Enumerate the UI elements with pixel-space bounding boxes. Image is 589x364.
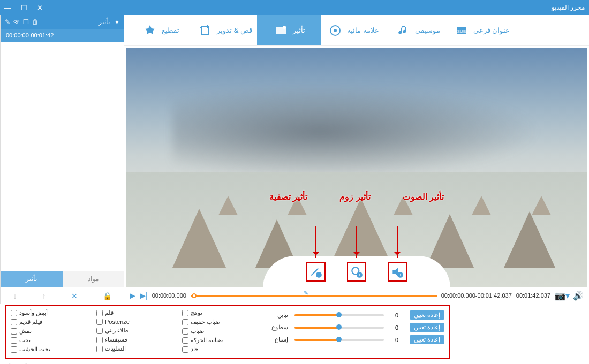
up-icon[interactable]: ↑ [42, 292, 46, 300]
filter-checkbox[interactable]: السلبيات [96, 345, 166, 352]
clip-item[interactable]: 00:00:00-00:01:42 [1, 29, 124, 42]
play-button[interactable]: ▶ [130, 291, 135, 300]
down-icon[interactable]: ↓ [13, 292, 17, 300]
window-title: محرر الفيديو [552, 4, 585, 11]
zoom-effect-button[interactable]: + [347, 262, 366, 282]
filter-checkbox[interactable]: فيلم قديم [11, 318, 80, 325]
filter-checkbox[interactable]: فسيفساء [96, 336, 166, 343]
step-button[interactable]: ▶| [140, 291, 148, 300]
svg-text:SUB: SUB [457, 29, 465, 34]
filter-controls-panel: أبيض وأسودفيلم قديمنقشتختتحت الخشب قلمPo… [5, 305, 450, 359]
watermark-tool[interactable]: علامة مائية [321, 15, 386, 46]
crop-icon [198, 23, 213, 38]
svg-rect-0 [201, 27, 209, 34]
svg-point-2 [283, 26, 286, 29]
filter-checkbox[interactable]: طلاء زيتي [96, 327, 166, 334]
reset-saturation[interactable]: إعادة تعيين [410, 335, 444, 344]
saturation-slider[interactable] [294, 339, 384, 341]
wand-icon: ✦ [114, 18, 120, 26]
volume-button[interactable]: 🔊 [573, 291, 584, 301]
filter-checkbox[interactable]: حاد [182, 346, 252, 353]
svg-text:+: + [358, 272, 361, 278]
reset-contrast[interactable]: إعادة تعيين [410, 310, 444, 320]
titlebar: محرر الفيديو ― ☐ ✕ [0, 0, 589, 15]
filter-checkbox[interactable]: أبيض وأسود [11, 309, 80, 316]
time-end: 00:01:42.037 [516, 292, 550, 299]
window-buttons: ― ☐ ✕ [4, 4, 43, 12]
watermark-icon [328, 23, 343, 38]
timeline-track[interactable]: ✎ [191, 293, 437, 298]
filter-checkbox[interactable]: تحت الخشب [11, 346, 80, 353]
minimize-button[interactable]: ― [4, 4, 11, 12]
music-icon [396, 23, 411, 38]
filter-checkbox[interactable]: ضباب خفيف [182, 318, 252, 325]
filter-checkbox[interactable]: توهج [182, 309, 252, 316]
eye-icon[interactable]: 👁 [13, 18, 20, 26]
svg-text:+: + [399, 272, 402, 278]
time-range: 00:00:00.000-00:01:42.037 [441, 292, 512, 299]
snapshot-button[interactable]: 📷▾ [555, 291, 570, 301]
cut-icon [142, 23, 157, 38]
tab-materials[interactable]: مواد [63, 271, 125, 287]
sidebar-tabs: مواد تأثير [1, 271, 124, 287]
effect-icon [274, 23, 289, 38]
filter-checkbox[interactable]: ضباب [182, 328, 252, 335]
subtitle-tool[interactable]: SUB عنوان فرعي [450, 15, 514, 46]
filter-checkbox[interactable]: تخت [11, 337, 80, 344]
svg-point-4 [334, 29, 337, 32]
crop-tool[interactable]: قص & تدوير [193, 15, 257, 46]
contrast-slider[interactable] [294, 314, 384, 316]
filter-checkbox[interactable]: قلم [96, 309, 166, 316]
footer: ✚ RENE.E Laboratory تطبيق على الكل OK إل… [0, 360, 589, 364]
brightness-slider[interactable] [294, 327, 384, 329]
reset-brightness[interactable]: إعادة تعيين [410, 323, 444, 332]
filter-checkbox[interactable]: نقش [11, 328, 80, 335]
adjustment-sliders: تباين 0 إعادة تعيين سطوع 0 إعادة تعيين إ… [262, 309, 444, 354]
timeline: ▶ ▶| 00:00:00.000 ✎ 00:00:00.000-00:01:4… [124, 287, 589, 304]
edit-icon[interactable]: ✎ [5, 18, 10, 26]
effect-bubble-bar: + + + [263, 256, 450, 287]
sound-effect-button[interactable]: + [388, 262, 407, 282]
tab-effects[interactable]: تأثير [1, 271, 63, 287]
svg-text:+: + [318, 272, 320, 278]
copy-icon[interactable]: ❐ [23, 18, 29, 26]
cut-tool[interactable]: تقطيع [129, 15, 193, 46]
filter-checkbox[interactable]: Posterize [96, 318, 166, 325]
callout-filter: تأثير تصفية [269, 192, 307, 202]
lock-icon[interactable]: 🔒 [103, 292, 112, 300]
callout-labels: تأثير تصفية تأثير زوم تأثير الصوت [126, 192, 587, 202]
music-tool[interactable]: موسيقى [386, 15, 450, 46]
delete-icon[interactable]: ✕ [71, 292, 78, 300]
trash-icon[interactable]: 🗑 [32, 18, 39, 26]
sidebar-header: ✦ تأثير ✎ 👁 ❐ 🗑 [1, 15, 124, 29]
callout-sound: تأثير الصوت [403, 192, 444, 202]
maximize-button[interactable]: ☐ [21, 4, 27, 12]
sidebar-actions: 🔒 ✕ ↑ ↓ [1, 287, 124, 304]
subtitle-icon: SUB [454, 23, 469, 38]
video-preview: تأثير تصفية تأثير زوم تأثير الصوت + + + [126, 48, 587, 287]
sidebar: ✦ تأثير ✎ 👁 ❐ 🗑 00:00:00-00:01:42 مواد ت… [0, 15, 124, 304]
filter-checkbox[interactable]: ضبابية الحركة [182, 337, 252, 344]
main-toolbar: تقطيع قص & تدوير تأثير علامة مائية موسيق… [124, 15, 589, 46]
effect-tool[interactable]: تأثير [257, 15, 321, 46]
time-start: 00:00:00.000 [152, 292, 186, 299]
filter-effect-button[interactable]: + [306, 262, 326, 282]
filter-checkboxes: أبيض وأسودفيلم قديمنقشتختتحت الخشب قلمPo… [11, 309, 252, 354]
close-button[interactable]: ✕ [37, 4, 43, 12]
callout-zoom: تأثير زوم [339, 192, 370, 202]
